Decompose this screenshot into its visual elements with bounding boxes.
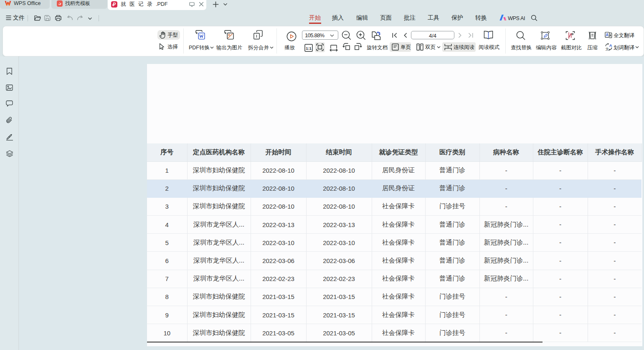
svg-text:文: 文: [605, 47, 609, 51]
svg-text:1:1: 1:1: [306, 46, 312, 51]
svg-text:A: A: [609, 43, 612, 48]
